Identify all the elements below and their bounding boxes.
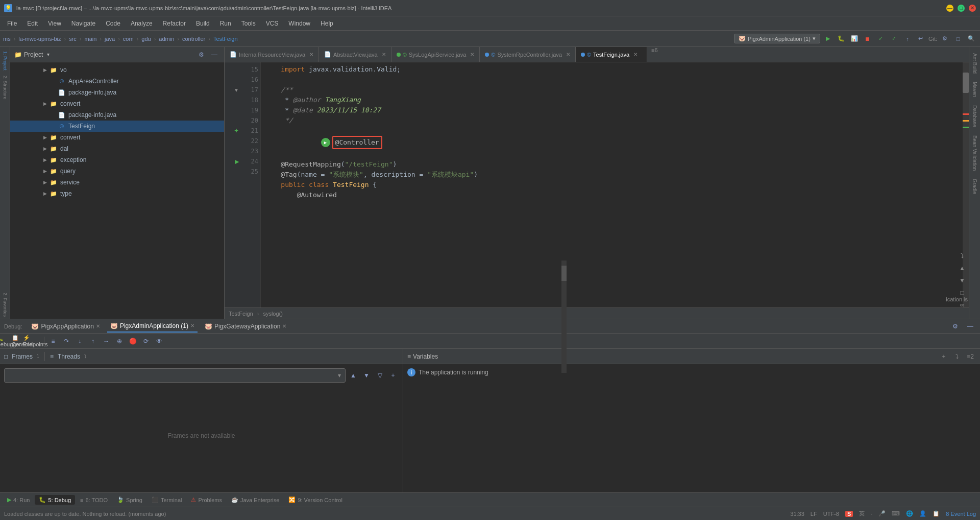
menu-help[interactable]: Help — [315, 18, 338, 29]
right-tab-bean-validation[interactable]: Bean Validation — [970, 131, 979, 175]
close-button[interactable]: ✕ — [969, 5, 976, 12]
tree-item-apparea[interactable]: © AppAreaController — [10, 76, 224, 87]
vars-icon1[interactable]: ⤵ — [957, 250, 968, 262]
frames-filter-btn[interactable]: ▽ — [374, 370, 385, 381]
tree-item-dal[interactable]: ▶ 📁 dal — [10, 143, 224, 154]
breadcrumb-biz[interactable]: la-mwc-upms-biz — [18, 36, 61, 42]
debug-session-pigxadmin[interactable]: 🐷 PigxAdminApplication (1) ✕ — [107, 320, 198, 333]
bottom-tab-terminal[interactable]: ⬛ Terminal — [148, 495, 186, 505]
vcs-commit-button[interactable]: ✓ — [889, 33, 900, 44]
breadcrumb-admin[interactable]: admin — [159, 36, 174, 42]
frames-scrollbar[interactable] — [561, 261, 567, 373]
breadcrumb-java[interactable]: java — [105, 36, 115, 42]
vcs-update-button[interactable]: ✓ — [875, 33, 887, 44]
sidebar-tab-structure[interactable]: 2: Structure — [2, 74, 9, 102]
coverage-button[interactable]: 📊 — [849, 33, 860, 44]
bottom-tab-version-control[interactable]: 🔀 9: Version Control — [284, 495, 346, 505]
menu-refactor[interactable]: Refactor — [158, 18, 191, 29]
vars-icon3[interactable]: ▼ — [957, 275, 968, 286]
evaluate-btn[interactable]: ⊕ — [114, 336, 125, 347]
menu-vcs[interactable]: VCS — [261, 18, 284, 29]
stop-button[interactable]: ⏹ — [862, 33, 873, 44]
cursor-position[interactable]: 31:33 — [790, 511, 804, 517]
tab-close-icon[interactable]: ✕ — [382, 52, 386, 57]
menu-file[interactable]: File — [2, 18, 22, 29]
tree-item-convert1[interactable]: ▶ 📁 convert — [10, 98, 224, 109]
clipboard-icon[interactable]: 📋 — [933, 510, 940, 517]
breadcrumb-testfeign-class[interactable]: TestFeign — [229, 311, 253, 317]
threads-dropdown-icon[interactable]: ⤵ — [84, 354, 87, 359]
more-tabs-indicator[interactable]: ≡6 — [647, 47, 662, 62]
controller-gutter-icon[interactable]: ✦ — [234, 127, 239, 134]
project-gear-icon[interactable]: ⚙ — [195, 49, 207, 60]
run-gutter-icon[interactable]: ▶ — [235, 158, 239, 165]
fold-button[interactable]: ▼ — [234, 87, 239, 93]
search-everywhere-button[interactable]: 🔍 — [966, 33, 977, 44]
keyboard2-icon[interactable]: 🌐 — [906, 510, 913, 517]
endpoints-tab[interactable]: ⚡ Endpoints — [30, 336, 41, 347]
code-editor[interactable]: import javax.validation.Valid; /** * @au… — [261, 62, 963, 308]
restore-layout-btn[interactable]: ≡ — [47, 336, 59, 347]
bottom-tab-run[interactable]: ▶ 4: Run — [3, 495, 34, 505]
menu-build[interactable]: Build — [191, 18, 215, 29]
tree-item-package-info2[interactable]: 📄 package-info.java — [10, 109, 224, 121]
tab-close-icon[interactable]: ✕ — [470, 52, 474, 57]
watch-btn[interactable]: 👁 — [154, 336, 165, 347]
line-endings[interactable]: LF — [811, 511, 817, 517]
debug-button[interactable]: 🐛 — [836, 33, 847, 44]
bottom-tab-todo[interactable]: ≡ 6: TODO — [76, 495, 112, 505]
frames-down-btn[interactable]: ▼ — [361, 370, 372, 381]
frames-dropdown-arrow[interactable]: ▾ — [338, 372, 341, 379]
keyboard-icon[interactable]: ⌨ — [892, 510, 900, 517]
project-minimize-icon[interactable]: — — [209, 49, 220, 60]
event-log[interactable]: 8 Event Log — [946, 511, 976, 517]
session-close-icon[interactable]: ✕ — [282, 323, 286, 329]
vcs-revert-button[interactable]: ↩ — [915, 33, 926, 44]
step-over-btn[interactable]: ↷ — [61, 336, 72, 347]
tree-item-convert2[interactable]: ▶ 📁 convert — [10, 132, 224, 143]
breadcrumb-gdu[interactable]: gdu — [141, 36, 151, 42]
sidebar-tab-project[interactable]: 1: Project — [2, 49, 9, 73]
vars-icon2[interactable]: ▲ — [957, 263, 968, 274]
menu-tools[interactable]: Tools — [236, 18, 261, 29]
breadcrumb-com[interactable]: com — [123, 36, 134, 42]
right-tab-maven[interactable]: Maven — [970, 78, 979, 101]
breadcrumb-controller[interactable]: controller — [182, 36, 205, 42]
run-to-cursor-btn[interactable]: → — [101, 336, 112, 347]
tab-abstractview[interactable]: 📄 AbstractView.java ✕ — [319, 47, 391, 62]
debug-settings-icon[interactable]: ⚙ — [949, 321, 961, 332]
minimize-button[interactable]: — — [946, 5, 953, 12]
run-button[interactable]: ▶ — [822, 33, 834, 44]
debug-session-pigxgateway[interactable]: 🐷 PigxGatewayApplication ✕ — [202, 321, 289, 332]
maximize-button[interactable]: □ — [958, 5, 965, 12]
menu-edit[interactable]: Edit — [22, 18, 43, 29]
breadcrumb-main[interactable]: main — [84, 36, 96, 42]
tree-item-service[interactable]: ▶ 📁 service — [10, 177, 224, 188]
mute-breakpoints-btn[interactable]: 🔴 — [127, 336, 138, 347]
session-close-icon[interactable]: ✕ — [96, 323, 100, 329]
tab-testfeign[interactable]: © TestFeign.java ✕ — [576, 47, 647, 62]
run-config-selector[interactable]: 🐷 PigxAdminApplication (1) ▾ — [734, 34, 820, 43]
sidebar-tab-favorites[interactable]: 2: Favorites — [2, 291, 9, 319]
debug-minimize-icon[interactable]: — — [965, 321, 976, 332]
frames-add-btn[interactable]: + — [387, 370, 399, 381]
tree-item-exception[interactable]: ▶ 📁 exception — [10, 154, 224, 166]
right-tab-ant-build[interactable]: Ant Build — [970, 49, 979, 78]
breadcrumb-testfeign[interactable]: TestFeign — [213, 36, 238, 42]
right-tab-database[interactable]: Database — [970, 101, 979, 131]
tree-item-query[interactable]: ▶ 📁 query — [10, 166, 224, 177]
session-close-icon[interactable]: ✕ — [190, 323, 194, 328]
right-tab-gradle[interactable]: Gradle — [970, 175, 979, 198]
ime-lang[interactable]: 英 — [859, 510, 865, 517]
step-into-btn[interactable]: ↓ — [74, 336, 85, 347]
vcs-push-button[interactable]: ↑ — [902, 33, 913, 44]
frames-dropdown[interactable]: ▾ — [4, 368, 346, 383]
bottom-tab-java-enterprise[interactable]: ☕ Java Enterprise — [227, 495, 283, 505]
menu-analyze[interactable]: Analyze — [126, 18, 158, 29]
tree-item-testfeign[interactable]: © TestFeign — [10, 121, 224, 132]
bottom-tab-spring[interactable]: 🍃 Spring — [113, 495, 146, 505]
menu-run[interactable]: Run — [215, 18, 236, 29]
debug-session-pigxapp[interactable]: 🐷 PigxAppApplication ✕ — [28, 321, 103, 332]
bottom-tab-debug[interactable]: 🐛 5: Debug — [35, 495, 75, 505]
project-dropdown-icon[interactable]: ▾ — [47, 52, 50, 57]
